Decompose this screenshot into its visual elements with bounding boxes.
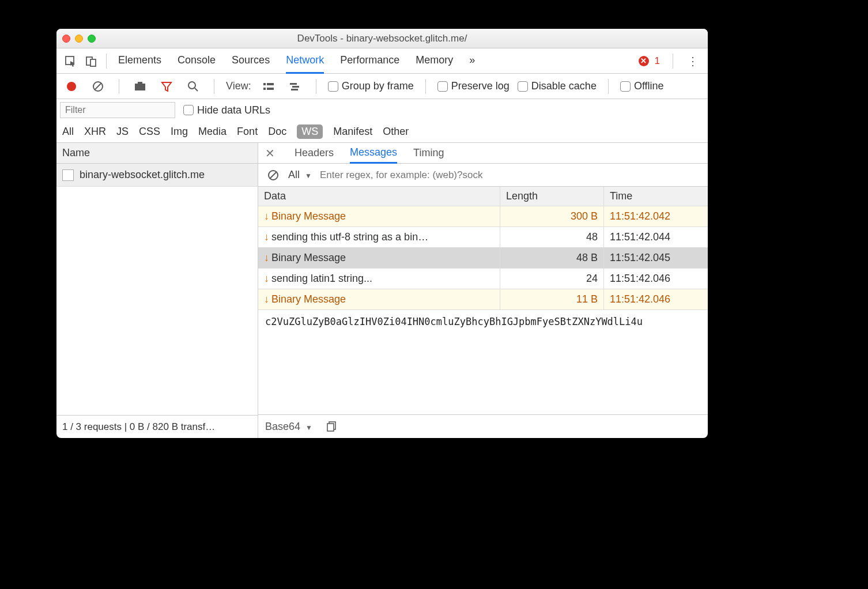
detail-tab-timing[interactable]: Timing (413, 144, 444, 163)
search-icon[interactable] (184, 77, 202, 96)
tab-sources[interactable]: Sources (232, 48, 270, 73)
svg-line-17 (270, 172, 277, 179)
type-filter-js[interactable]: JS (116, 126, 129, 138)
tab-performance[interactable]: Performance (340, 48, 399, 73)
panel-tabs: Elements Console Sources Network Perform… (118, 48, 475, 73)
request-row[interactable]: binary-websocket.glitch.me (56, 164, 258, 187)
tab-network[interactable]: Network (286, 48, 324, 74)
arrow-down-icon: ↓ (264, 293, 269, 305)
type-filter-row: All XHR JS CSS Img Media Font Doc WS Man… (56, 121, 708, 143)
encoding-dropdown[interactable]: Base64 ▼ (265, 421, 312, 433)
more-options-icon[interactable]: ⋮ (682, 52, 703, 70)
message-length: 300 B (500, 206, 604, 226)
svg-rect-5 (135, 84, 145, 90)
close-detail-icon[interactable]: ✕ (265, 146, 275, 160)
waterfall-icon[interactable] (286, 77, 304, 96)
disable-cache-checkbox[interactable]: Disable cache (518, 80, 597, 92)
message-length: 11 B (500, 289, 604, 309)
message-text: sending this utf-8 string as a bin… (271, 231, 428, 243)
col-length[interactable]: Length (500, 187, 604, 206)
message-row[interactable]: ↓sending latin1 string...2411:51:42.046 (258, 269, 708, 289)
type-filter-ws[interactable]: WS (297, 124, 323, 139)
filter-row: Hide data URLs (56, 99, 708, 121)
message-row[interactable]: ↓sending this utf-8 string as a bin…4811… (258, 227, 708, 248)
tab-console[interactable]: Console (178, 48, 216, 73)
message-time: 11:51:42.044 (604, 227, 708, 247)
request-name: binary-websocket.glitch.me (80, 169, 205, 181)
error-icon[interactable]: ✕ (639, 56, 649, 66)
record-button[interactable] (62, 77, 81, 96)
preview-footer: Base64 ▼ (258, 415, 708, 438)
message-text: Binary Message (271, 293, 346, 305)
message-text: Binary Message (271, 252, 346, 264)
type-filter-media[interactable]: Media (198, 126, 227, 138)
tabs-overflow[interactable]: » (469, 48, 475, 73)
content-area: Name binary-websocket.glitch.me 1 / 3 re… (56, 143, 708, 438)
type-filter-doc[interactable]: Doc (268, 126, 286, 138)
col-data[interactable]: Data (258, 187, 500, 206)
detail-tabs: ✕ Headers Messages Timing (258, 143, 708, 164)
messages-regex-input[interactable] (318, 167, 702, 183)
svg-rect-9 (263, 83, 266, 85)
message-length: 48 B (500, 248, 604, 268)
type-filter-manifest[interactable]: Manifest (333, 126, 372, 138)
message-row[interactable]: ↓Binary Message48 B11:51:42.045 (258, 248, 708, 269)
inspect-element-icon[interactable] (61, 52, 80, 70)
offline-checkbox[interactable]: Offline (620, 80, 664, 92)
svg-rect-12 (267, 88, 274, 90)
messages-header: Data Length Time (258, 187, 708, 206)
preserve-log-checkbox[interactable]: Preserve log (437, 80, 510, 92)
type-filter-all[interactable]: All (62, 126, 74, 138)
message-row[interactable]: ↓Binary Message300 B11:51:42.042 (258, 206, 708, 227)
type-filter-font[interactable]: Font (237, 126, 258, 138)
tab-elements[interactable]: Elements (118, 48, 161, 73)
request-summary: 1 / 3 requests | 0 B / 820 B transf… (56, 415, 258, 438)
favicon-placeholder-icon (62, 169, 74, 181)
svg-rect-19 (327, 424, 334, 431)
svg-rect-11 (263, 88, 266, 90)
detail-tab-messages[interactable]: Messages (350, 143, 397, 164)
message-text: Binary Message (271, 210, 346, 222)
tab-memory[interactable]: Memory (416, 48, 453, 73)
filter-icon[interactable] (157, 77, 176, 96)
detail-pane: ✕ Headers Messages Timing All ▼ Data Len… (258, 143, 708, 438)
network-toolbar: View: Group by frame Preserve log Disabl… (56, 74, 708, 99)
svg-rect-2 (90, 59, 96, 66)
clear-messages-icon[interactable] (264, 166, 282, 184)
devtools-window: DevTools - binary-websocket.glitch.me/ E… (56, 29, 708, 438)
device-toolbar-icon[interactable] (82, 52, 100, 70)
message-time: 11:51:42.042 (604, 206, 708, 226)
message-row[interactable]: ↓Binary Message11 B11:51:42.046 (258, 289, 708, 310)
svg-rect-15 (291, 89, 298, 90)
arrow-down-icon: ↓ (264, 252, 269, 264)
error-count[interactable]: 1 (655, 55, 660, 67)
messages-toolbar: All ▼ (258, 164, 708, 187)
hide-data-urls-checkbox[interactable]: Hide data URLs (183, 104, 270, 116)
message-text: sending latin1 string... (271, 273, 372, 285)
type-filter-css[interactable]: CSS (139, 126, 160, 138)
clear-icon[interactable] (89, 77, 107, 96)
main-tabbar: Elements Console Sources Network Perform… (56, 48, 708, 74)
svg-point-7 (188, 82, 195, 89)
svg-rect-6 (138, 82, 142, 84)
filter-input[interactable] (60, 102, 175, 118)
copy-icon[interactable] (323, 417, 341, 436)
type-filter-img[interactable]: Img (171, 126, 188, 138)
message-preview[interactable]: c2VuZGluZyB0aGlzIHV0Zi04IHN0cmluZyBhcyBh… (258, 310, 708, 415)
chevron-down-icon: ▼ (305, 424, 312, 432)
type-filter-other[interactable]: Other (383, 126, 409, 138)
type-filter-xhr[interactable]: XHR (84, 126, 106, 138)
arrow-down-icon: ↓ (264, 273, 269, 285)
request-list-pane: Name binary-websocket.glitch.me 1 / 3 re… (56, 143, 258, 438)
large-rows-icon[interactable] (259, 77, 278, 96)
capture-screenshots-icon[interactable] (131, 77, 149, 96)
detail-tab-headers[interactable]: Headers (295, 144, 334, 163)
window-title: DevTools - binary-websocket.glitch.me/ (56, 33, 708, 44)
group-by-frame-checkbox[interactable]: Group by frame (328, 80, 414, 92)
messages-filter-dropdown[interactable]: All ▼ (288, 169, 312, 181)
message-time: 11:51:42.046 (604, 269, 708, 289)
col-time[interactable]: Time (604, 187, 708, 206)
svg-rect-13 (290, 83, 297, 85)
svg-rect-14 (292, 86, 299, 88)
view-label: View: (226, 80, 251, 92)
